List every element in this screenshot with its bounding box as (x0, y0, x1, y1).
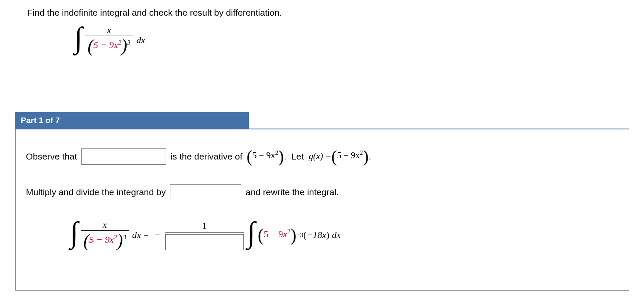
neg-exp: −3 (297, 231, 303, 239)
denominator-input[interactable] (165, 234, 244, 250)
observe-pre: Observe that (26, 151, 77, 162)
observe-mid: is the derivative of (170, 151, 242, 162)
factor-input[interactable] (170, 184, 241, 200)
expr-5-9x2-a: (5 − 9x2) (247, 146, 284, 166)
multiply-post: and rewrite the integral. (246, 187, 339, 197)
lc1: 5 (89, 234, 94, 245)
integral-sign-icon-3: ∫ (247, 216, 255, 249)
expr-b2: 9x (351, 150, 360, 160)
frac-num-1: 1 (202, 220, 207, 232)
period: . (369, 151, 371, 162)
tail-inner: −18x (306, 230, 326, 241)
expr-5-9x2-b: (5 − 9x2) (331, 146, 369, 166)
tail-close: ) (326, 230, 329, 241)
outer-exp: 3 (127, 39, 130, 46)
lc3: x (110, 234, 114, 245)
expr-sup1: 2 (275, 149, 278, 156)
inner-var: x (114, 39, 118, 50)
fraction-with-input: 1 (165, 220, 244, 250)
dx-2: dx (132, 230, 141, 241)
problem-integral: ∫ x (5 − 9x2)3 dx (74, 23, 145, 57)
integral-sign-icon: ∫ (74, 21, 82, 55)
part-tab: Part 1 of 7 (15, 112, 249, 129)
inner-const: 5 (93, 39, 98, 50)
lc2: 9 (105, 234, 110, 245)
rc4: 2 (287, 227, 291, 235)
numerator: x (105, 25, 114, 36)
equals: = (144, 230, 149, 241)
observe-row: Observe that is the derivative of (5 − 9… (26, 146, 619, 166)
expr-b1: 9x (266, 150, 275, 160)
multiply-pre: Multiply and divide the integrand by (26, 187, 166, 197)
multiply-row: Multiply and divide the integrand by and… (26, 184, 619, 200)
lc5: 3 (123, 233, 126, 241)
derivative-input[interactable] (81, 148, 166, 165)
rc2: 9 (278, 229, 283, 239)
inner-coef: 9 (109, 39, 114, 50)
numerator-2: x (100, 219, 110, 230)
equation-row: ∫ x (5 − 9x2)3 dx = − 1 (26, 218, 619, 252)
rc1: 5 (264, 229, 268, 239)
g-eq: g(x) = (309, 151, 331, 162)
expr-a2: 5 (337, 150, 342, 160)
step-content: Observe that is the derivative of (5 − 9… (15, 129, 629, 291)
expr-a1: 5 (252, 150, 257, 160)
integral-sign-icon-2: ∫ (70, 216, 78, 249)
minus: − (155, 230, 160, 241)
dx: dx (136, 35, 145, 46)
rc3: x (283, 229, 287, 239)
dx-3: dx (332, 230, 341, 241)
expr-5-9x2-c: (5 − 9x2) (258, 225, 297, 245)
instruction-text: Find the indefinite integral and check t… (27, 8, 282, 18)
let-text: . Let (284, 151, 308, 162)
tail-open: ( (303, 230, 306, 241)
